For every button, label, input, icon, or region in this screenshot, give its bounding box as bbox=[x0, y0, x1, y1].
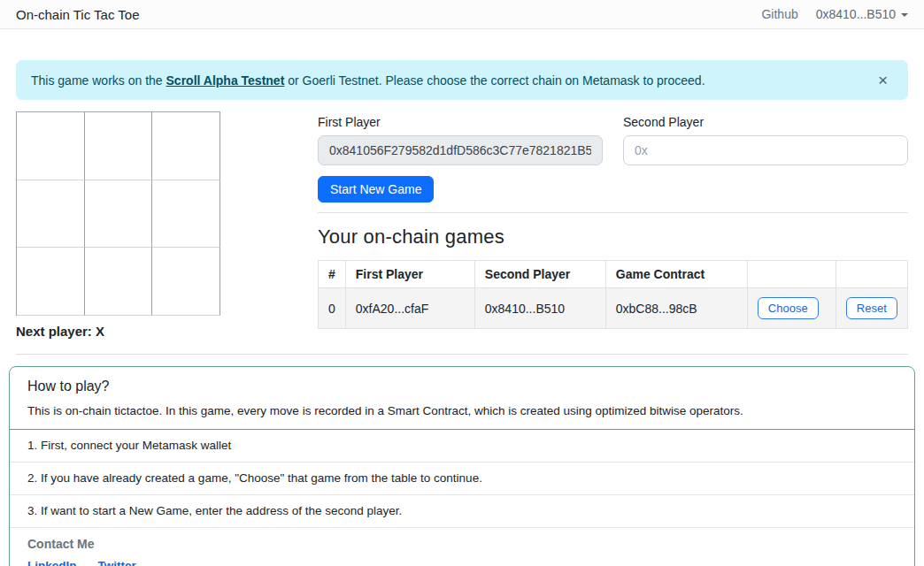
next-player-status: Next player: X bbox=[16, 324, 318, 339]
how-to-play-card: How to play? This is on-chain tictactoe.… bbox=[9, 366, 915, 566]
games-heading: Your on-chain games bbox=[318, 226, 908, 249]
choose-cell: Choose bbox=[747, 288, 835, 329]
chevron-down-icon bbox=[901, 13, 908, 17]
network-alert-text: This game works on the Scroll Alpha Test… bbox=[31, 73, 705, 88]
page-container: This game works on the Scroll Alpha Test… bbox=[0, 60, 924, 566]
board-square[interactable] bbox=[152, 112, 220, 180]
contact-links: LinkedIn Twitter bbox=[27, 559, 897, 566]
list-item: 2. If you have already created a game, "… bbox=[10, 463, 914, 495]
section-divider bbox=[16, 354, 908, 355]
first-player-group: First Player bbox=[318, 111, 603, 165]
board-square[interactable] bbox=[85, 112, 153, 180]
network-alert: This game works on the Scroll Alpha Test… bbox=[16, 60, 908, 100]
alert-text-after: or Goerli Testnet. Please choose the cor… bbox=[284, 73, 705, 88]
how-to-play-description: This is on-chain tictactoe. In this game… bbox=[27, 404, 897, 417]
board-square[interactable] bbox=[17, 180, 85, 249]
scroll-testnet-link[interactable]: Scroll Alpha Testnet bbox=[166, 73, 285, 88]
contact-footer: Contact Me LinkedIn Twitter bbox=[10, 528, 914, 566]
game-second-player-cell: 0x8410...B510 bbox=[474, 288, 605, 329]
board-square[interactable] bbox=[17, 248, 85, 316]
how-to-play-title: How to play? bbox=[27, 379, 897, 394]
column-header-game-contract: Game Contract bbox=[605, 261, 747, 288]
board-row bbox=[17, 112, 220, 180]
contact-me-label: Contact Me bbox=[27, 537, 897, 551]
board-square[interactable] bbox=[152, 248, 220, 316]
column-header-second-player: Second Player bbox=[474, 261, 605, 288]
players-form: First Player Second Player bbox=[318, 111, 908, 165]
games-table: # First Player Second Player Game Contra… bbox=[318, 260, 908, 329]
board-square[interactable] bbox=[85, 248, 153, 316]
board-square[interactable] bbox=[85, 180, 153, 249]
game-first-player-cell: 0xfA20...cfaF bbox=[345, 288, 474, 329]
reset-cell: Reset bbox=[835, 288, 907, 329]
board-square[interactable] bbox=[17, 112, 85, 180]
column-header-choose bbox=[747, 261, 835, 288]
twitter-link[interactable]: Twitter bbox=[98, 559, 136, 566]
column-header-index: # bbox=[319, 261, 346, 288]
wallet-address: 0x8410...B510 bbox=[816, 7, 896, 21]
main-row: Next player: X First Player Second Playe… bbox=[16, 111, 908, 339]
games-table-head: # First Player Second Player Game Contra… bbox=[319, 261, 908, 288]
navbar: On-chain Tic Tac Toe Github 0x8410...B51… bbox=[0, 0, 924, 29]
game-board-section: Next player: X bbox=[16, 111, 318, 339]
second-player-group: Second Player bbox=[623, 111, 908, 165]
games-header-row: # First Player Second Player Game Contra… bbox=[319, 261, 908, 288]
games-table-body: 0 0xfA20...cfaF 0x8410...B510 0xbC88...9… bbox=[319, 288, 908, 329]
github-link[interactable]: Github bbox=[761, 7, 797, 21]
first-player-label: First Player bbox=[318, 115, 603, 129]
column-header-first-player: First Player bbox=[345, 261, 474, 288]
linkedin-link[interactable]: LinkedIn bbox=[27, 559, 77, 566]
game-controls-section: First Player Second Player Start New Gam… bbox=[318, 111, 908, 329]
second-player-label: Second Player bbox=[623, 115, 908, 129]
alert-text-before: This game works on the bbox=[31, 73, 166, 88]
close-icon[interactable]: × bbox=[873, 70, 893, 90]
start-new-game-button[interactable]: Start New Game bbox=[318, 176, 434, 203]
form-divider bbox=[318, 212, 908, 213]
list-item: 3. If want to start a New Game, enter th… bbox=[10, 495, 914, 528]
second-player-input[interactable] bbox=[623, 135, 908, 165]
list-item: 1. First, connect your Metamask wallet bbox=[10, 430, 914, 463]
how-to-play-header: How to play? This is on-chain tictactoe.… bbox=[10, 367, 914, 430]
board-row bbox=[17, 248, 220, 316]
game-contract-cell: 0xbC88...98cB bbox=[605, 288, 747, 329]
table-row: 0 0xfA20...cfaF 0x8410...B510 0xbC88...9… bbox=[319, 288, 908, 329]
wallet-dropdown[interactable]: 0x8410...B510 bbox=[816, 7, 908, 21]
board-square[interactable] bbox=[152, 180, 220, 249]
reset-button[interactable]: Reset bbox=[846, 297, 897, 319]
app-title: On-chain Tic Tac Toe bbox=[16, 7, 140, 22]
board-row bbox=[17, 180, 220, 249]
game-index-cell: 0 bbox=[319, 288, 346, 329]
first-player-input bbox=[318, 135, 603, 165]
navbar-right: Github 0x8410...B510 bbox=[761, 7, 908, 21]
choose-button[interactable]: Choose bbox=[758, 297, 819, 319]
tictactoe-board bbox=[16, 111, 220, 316]
column-header-reset bbox=[835, 261, 907, 288]
